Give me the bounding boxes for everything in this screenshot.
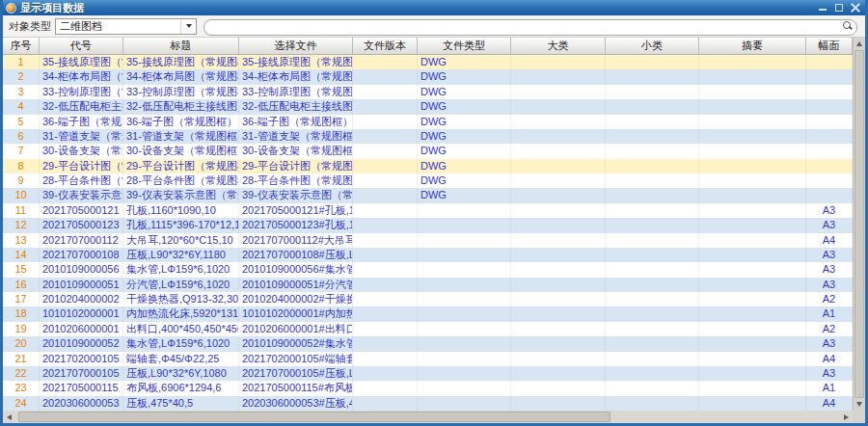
table-row[interactable]: 202010109000052集水管,LΦ159*6,1020201010900… [3,336,853,351]
cell-file_type [418,278,511,292]
column-header-title[interactable]: 标题 [123,38,239,54]
cell-file: 32-低压配电柜主接线图（... [239,99,353,114]
scroll-down-button[interactable] [854,398,865,411]
cell-seq: 13 [3,233,40,248]
cell-summary [699,99,806,114]
cell-file: 2021702000105#端轴套,Φ... [239,352,353,366]
horizontal-scroll-track[interactable] [15,411,840,423]
table-row[interactable]: 432-低压配电柜主接...32-低压配电柜主接线图（...32-低压配电柜主接… [3,99,853,114]
cell-code: 2010109000052 [40,336,123,351]
cell-summary [699,159,806,173]
maximize-icon[interactable] [834,3,844,13]
cell-file_type: DWG [418,144,511,158]
column-header-code[interactable]: 代号 [40,38,123,54]
cell-code: 28-平台条件图（常... [40,173,123,188]
table-row[interactable]: 212021702000105端轴套,Φ45/Φ22,2520217020001… [3,352,853,366]
column-header-seq[interactable]: 序号 [3,38,40,54]
cell-sheet_size: A4 [806,233,853,248]
cell-file_version [353,366,418,381]
cell-title: 孔板,1115*396-170*12,10 [123,218,239,232]
table-row[interactable]: 135-接线原理图（常...35-接线原理图（常规图框）35-接线原理图（常规图… [3,55,853,69]
column-header-file_version[interactable]: 文件版本 [353,38,418,54]
vertical-scrollbar[interactable] [853,38,865,411]
table-row[interactable]: 536-端子图（常规图...36-端子图（常规图框）36-端子图（常规图框）.d… [3,115,853,129]
scroll-down-icon [856,402,862,407]
cell-file_version [353,248,418,262]
combo-dropdown-button[interactable] [180,19,196,34]
table-row[interactable]: 928-平台条件图（常...28-平台条件图（常规图框）28-平台条件图（常规图… [3,173,853,188]
cell-seq: 10 [3,188,40,202]
table-row[interactable]: 152010109000056集水管,LΦ159*6,1020201010900… [3,262,853,277]
column-header-file[interactable]: 选择文件 [239,38,353,54]
table-row[interactable]: 122021705000123孔板,1115*396-170*12,102021… [3,218,853,232]
cell-summary [699,306,806,321]
cell-minor_category [606,381,699,395]
horizontal-scrollbar[interactable] [3,411,865,423]
column-header-major_category[interactable]: 大类 [511,38,606,54]
close-icon[interactable] [851,3,860,13]
table-row[interactable]: 829-平台设计图（常...29-平台设计图（常规图框）29-平台设计图（常规图… [3,159,853,173]
cell-summary [699,248,806,262]
cell-summary [699,55,806,69]
scroll-right-button[interactable] [840,411,853,423]
cell-file_type: DWG [418,129,511,144]
table-row[interactable]: 112021705000121孔板,1160*1090,102021705000… [3,203,853,218]
column-header-sheet_size[interactable]: 幅面 [806,38,853,54]
cell-title: 干燥换热器,Q913-32,30 [123,292,239,306]
search-input[interactable] [203,19,857,36]
cell-file_type [418,366,511,381]
cell-sheet_size [806,144,853,158]
cell-major_category [511,366,606,381]
cell-title: 32-低压配电柜主接线图（... [123,99,239,114]
table-row[interactable]: 631-管道支架（常规...31-管道支架（常规图框）31-管道支架（常规图框）… [3,129,853,144]
scroll-left-button[interactable] [3,411,15,423]
cell-file: 35-接线原理图（常规图框... [239,55,353,69]
cell-minor_category [606,262,699,277]
cell-major_category [511,69,606,84]
cell-major_category [511,336,606,351]
cell-seq: 19 [3,322,40,336]
cell-major_category [511,306,606,321]
cell-summary [699,352,806,366]
cell-file_version [353,262,418,277]
table-row[interactable]: 333-控制原理图（常...33-控制原理图（常规图框）33-控制原理图（常规图… [3,85,853,99]
table-row[interactable]: 192010206000001出料口,400*450,450*450201020… [3,322,853,336]
cell-summary [699,396,806,411]
table-row[interactable]: 222021707000105压板,L90*32*6Y,108020217070… [3,366,853,381]
column-header-summary[interactable]: 摘要 [699,38,806,54]
table-row[interactable]: 232021705000115布风板,6906*1294,62021705000… [3,381,853,395]
column-header-file_type[interactable]: 文件类型 [418,38,511,54]
table-row[interactable]: 162010109000051分汽管,LΦ159*6,1020201010900… [3,278,853,292]
table-row[interactable]: 142021707000108压板,L90*32*6Y,118020217070… [3,248,853,262]
cell-file_type: DWG [418,99,511,114]
cell-seq: 14 [3,248,40,262]
minimize-icon[interactable] [818,3,827,13]
cell-title: 集水管,LΦ159*6,1020 [123,336,239,351]
search-icon[interactable] [843,21,851,29]
cell-title: 出料口,400*450,450*450 [123,322,239,336]
horizontal-scroll-thumb[interactable] [18,412,610,422]
cell-summary [699,292,806,306]
table-row[interactable]: 234-柜体布局图（常...34-柜体布局图（常规图框）34-柜体布局图（常规图… [3,69,853,84]
cell-summary [699,366,806,381]
vertical-scroll-thumb[interactable] [854,50,864,398]
cell-title: 压板,L90*32*6Y,1180 [123,248,239,262]
grid-header-row: 序号代号标题选择文件文件版本文件类型大类小类摘要幅面 [3,38,853,55]
cell-summary [699,336,806,351]
table-row[interactable]: 172010204000002干燥换热器,Q913-32,30201020400… [3,292,853,306]
cell-major_category [511,352,606,366]
column-header-minor_category[interactable]: 小类 [606,38,699,54]
cell-file_type [418,262,511,277]
cell-minor_category [606,115,699,129]
table-row[interactable]: 132021707000112大吊耳,120*60*C15,1020217070… [3,233,853,248]
scroll-up-icon [856,41,862,46]
table-row[interactable]: 730-设备支架（常规...30-设备支架（常规图框）30-设备支架（常规图框）… [3,144,853,158]
cell-summary [699,381,806,395]
table-row[interactable]: 242020306000053压板,475*40,52020306000053#… [3,396,853,411]
cell-minor_category [606,173,699,188]
object-type-select[interactable]: 二维图档 [55,18,197,35]
table-row[interactable]: 181010102000001内加热流化床,5920*1312,G...1010… [3,306,853,321]
scroll-up-button[interactable] [854,38,865,50]
cell-major_category [511,203,606,218]
table-row[interactable]: 1039-仪表安装示意图...39-仪表安装示意图（常规...39-仪表安装示意… [3,188,853,202]
